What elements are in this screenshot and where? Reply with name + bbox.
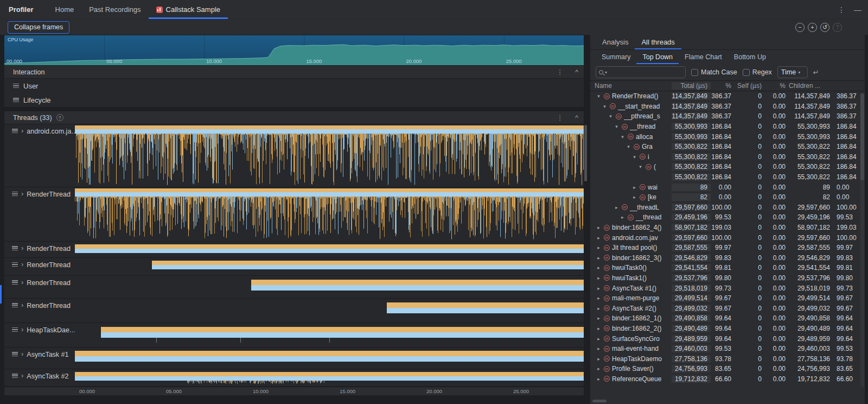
- tree-chevron-icon[interactable]: ▸: [596, 326, 602, 331]
- table-row[interactable]: ▸mbinder:16862_2()29,490,48999.6400.0029…: [590, 324, 865, 334]
- expand-chevron-icon[interactable]: ›: [21, 279, 23, 286]
- cpu-usage-chart[interactable]: CPU Usage 00.00005.00010.00015.00020.000…: [4, 35, 584, 65]
- table-row[interactable]: ▸mProfile Saver()24,756,99383.6500.0024,…: [590, 364, 865, 374]
- tab-summary[interactable]: Summary: [596, 50, 636, 64]
- table-row[interactable]: ▸mSurfaceSyncGro29,489,95999.6400.0029,4…: [590, 333, 865, 344]
- threads-section-header[interactable]: Threads (33) ? ⋮ ^: [4, 111, 584, 124]
- tree-chevron-icon[interactable]: ▸: [631, 194, 637, 200]
- tree-chevron-icon[interactable]: ▾: [614, 124, 620, 129]
- col-self-pct[interactable]: %: [765, 82, 789, 90]
- tab-top-down[interactable]: Top Down: [636, 50, 679, 64]
- table-row[interactable]: ▸mbinder:16862_1()29,490,85899.6400.0029…: [590, 313, 865, 324]
- table-row[interactable]: ▸mJit thread pool()29,587,55599.9700.002…: [590, 243, 865, 253]
- thread-row[interactable]: ›RenderThread: [4, 276, 584, 299]
- tree-chevron-icon[interactable]: ▸: [620, 214, 626, 220]
- tree-chevron-icon[interactable]: ▾: [626, 144, 631, 149]
- tab-bottom-up[interactable]: Bottom Up: [728, 50, 772, 64]
- table-row[interactable]: ▾m__start_thread114,357,849386.3700.0011…: [590, 102, 865, 112]
- tree-chevron-icon[interactable]: ▸: [596, 356, 602, 362]
- table-row[interactable]: ▾m(55,300,822186.8400.0055,300,822186.84: [590, 162, 865, 172]
- thread-row[interactable]: ›AsyncTask #1: [4, 348, 584, 369]
- tab-home[interactable]: Home: [48, 0, 82, 19]
- tab-analysis[interactable]: Analysis: [596, 35, 635, 49]
- col-total-pct[interactable]: %: [711, 82, 735, 90]
- tree-chevron-icon[interactable]: ▸: [596, 275, 602, 281]
- expand-chevron-icon[interactable]: ›: [21, 302, 23, 308]
- thread-track[interactable]: [75, 187, 584, 241]
- table-row[interactable]: ▸mbinder:16862_3()29,546,82999.8300.0029…: [590, 253, 865, 263]
- thread-track[interactable]: [75, 124, 584, 187]
- kebab-menu-icon[interactable]: ⋮: [838, 5, 845, 14]
- tree-chevron-icon[interactable]: ▸: [631, 185, 637, 190]
- table-row[interactable]: ▾malloca55,300,993186.8400.0055,300,9931…: [590, 131, 865, 142]
- thread-row[interactable]: ›RenderThread: [4, 187, 584, 242]
- interaction-row-user[interactable]: User: [4, 79, 584, 93]
- tree-chevron-icon[interactable]: ▾: [602, 104, 608, 109]
- thread-row[interactable]: ›RenderThread: [4, 258, 584, 276]
- thread-flame-canvas[interactable]: [75, 124, 584, 187]
- collapse-section-icon[interactable]: ^: [575, 68, 578, 76]
- zoom-out-icon[interactable]: −: [795, 23, 805, 32]
- table-row[interactable]: ▸mandroid.com.jav29,597,660100.0000.0029…: [590, 232, 865, 243]
- tree-chevron-icon[interactable]: ▾: [608, 113, 614, 119]
- thread-flame-canvas[interactable]: [75, 187, 584, 241]
- tree-chevron-icon[interactable]: ▸: [596, 265, 602, 270]
- filter-action-icon[interactable]: ↵: [813, 68, 819, 77]
- thread-row[interactable]: ›AsyncTask #2: [4, 369, 584, 387]
- tree-chevron-icon[interactable]: ▾: [637, 164, 643, 169]
- tab-callstack-sample[interactable]: Callstack Sample: [149, 0, 228, 19]
- table-row[interactable]: ▸mbinder:16862_4()58,907,182199.0300.005…: [590, 223, 865, 233]
- tab-past-recordings[interactable]: Past Recordings: [81, 0, 148, 19]
- help-icon[interactable]: ?: [56, 114, 63, 121]
- table-row[interactable]: ▾mGra55,300,822186.8400.0055,300,822186.…: [590, 142, 865, 152]
- thread-flame-canvas[interactable]: [75, 276, 584, 298]
- tree-chevron-icon[interactable]: ▸: [596, 336, 602, 342]
- tree-chevron-icon[interactable]: ▸: [596, 366, 602, 371]
- expand-chevron-icon[interactable]: ›: [21, 128, 23, 134]
- tree-chevron-icon[interactable]: ▸: [596, 295, 602, 301]
- interaction-section-header[interactable]: Interaction ⋮ ^: [4, 66, 584, 79]
- filter-type-dropdown[interactable]: Time ▾: [777, 66, 808, 78]
- thread-track[interactable]: [75, 276, 584, 298]
- kebab-menu-icon[interactable]: ⋮: [557, 68, 563, 76]
- kebab-menu-icon[interactable]: ⋮: [557, 114, 563, 122]
- thread-track[interactable]: [75, 242, 584, 257]
- cpu-usage-canvas[interactable]: [4, 35, 584, 65]
- thread-flame-canvas[interactable]: [75, 299, 584, 323]
- col-total[interactable]: Total (µs): [672, 82, 711, 90]
- tree-chevron-icon[interactable]: ▾: [620, 134, 626, 140]
- thread-track[interactable]: [75, 348, 584, 369]
- table-row[interactable]: ▸m[ke820.0000.00820.00: [590, 192, 865, 203]
- col-name[interactable]: Name: [595, 82, 672, 90]
- thread-row[interactable]: ›HeapTaskDae…: [4, 323, 584, 348]
- tree-chevron-icon[interactable]: ▾: [631, 154, 637, 160]
- table-row[interactable]: ▸mAsyncTask #1()29,518,01999.7300.0029,5…: [590, 283, 865, 293]
- thread-track[interactable]: [75, 258, 584, 275]
- table-row[interactable]: ▸mmali-event-hand29,460,00399.5300.0029,…: [590, 344, 865, 354]
- regex-checkbox[interactable]: Regex: [743, 68, 772, 76]
- table-row[interactable]: ▸mwai890.0000.00890.00: [590, 182, 865, 192]
- thread-flame-canvas[interactable]: [75, 348, 584, 369]
- thread-track[interactable]: [75, 323, 584, 347]
- checkbox-box[interactable]: [743, 69, 750, 76]
- checkbox-box[interactable]: [691, 69, 698, 76]
- expand-chevron-icon[interactable]: ›: [21, 261, 23, 268]
- tree-chevron-icon[interactable]: ▸: [596, 225, 602, 230]
- zoom-to-selection-icon[interactable]: ?: [833, 23, 842, 32]
- thread-row[interactable]: ›RenderThread: [4, 242, 584, 258]
- expand-chevron-icon[interactable]: ›: [21, 245, 23, 251]
- thread-flame-canvas[interactable]: [75, 242, 584, 257]
- tree-chevron-icon[interactable]: ▸: [596, 245, 602, 250]
- table-row[interactable]: 55,300,822186.8400.0055,300,822186.84: [590, 172, 865, 182]
- thread-row[interactable]: ›android.com.ja…: [4, 124, 584, 187]
- table-row[interactable]: ▸mhwuiTask1()29,537,79699.8000.0029,537,…: [590, 273, 865, 283]
- interaction-row-lifecycle[interactable]: Lifecycle: [4, 93, 584, 107]
- collapse-section-icon[interactable]: ^: [575, 114, 578, 122]
- col-self[interactable]: Self (µs): [735, 82, 765, 90]
- tree-chevron-icon[interactable]: ▸: [596, 306, 602, 311]
- zoom-in-icon[interactable]: +: [808, 23, 817, 32]
- thread-track[interactable]: [75, 299, 584, 323]
- tree-chevron-icon[interactable]: ▸: [596, 235, 602, 241]
- thread-flame-canvas[interactable]: [75, 323, 584, 347]
- reset-zoom-icon[interactable]: ↺: [820, 23, 829, 32]
